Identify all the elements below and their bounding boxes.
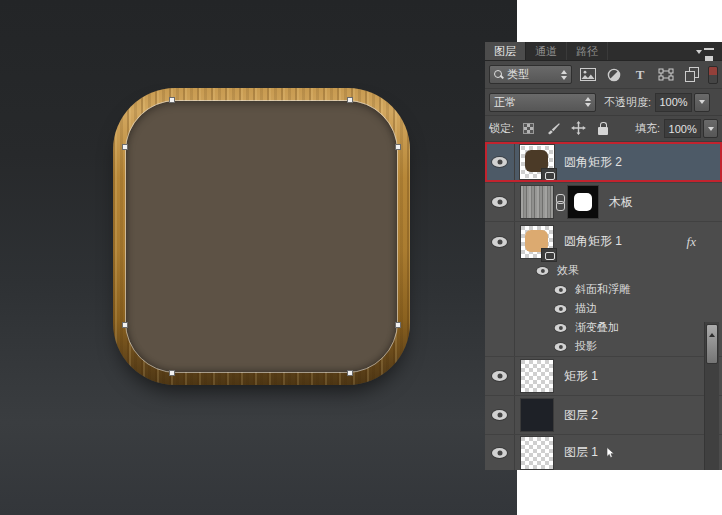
visibility-toggle[interactable] [485,183,515,221]
anchor-point[interactable] [395,322,401,328]
menu-triangle-icon [696,50,702,54]
layer-row-layer-2[interactable]: 图层 2 [485,396,722,435]
layer-name[interactable]: 木板 [609,194,633,211]
effect-label: 渐变叠加 [575,320,619,335]
fx-badge[interactable]: fx [687,234,696,250]
chevron-updown-icon [561,70,567,80]
visibility-eye-icon[interactable] [555,286,567,294]
effect-row-drop-shadow[interactable]: 投影 [485,337,722,356]
layer-mask-thumbnail[interactable] [568,186,598,218]
panel-tab-bar: 图层 通道 路径 [485,42,722,61]
opacity-dropdown-button[interactable] [694,93,710,112]
dropdown-arrow-icon [699,100,705,104]
layer-row-wood[interactable]: 木板 [485,183,722,222]
wood-icon-artwork[interactable] [113,88,410,385]
layer-name[interactable]: 圆角矩形 2 [564,154,622,171]
mouse-cursor-icon [606,447,617,459]
effect-label: 投影 [575,339,597,354]
dropdown-arrow-icon [708,127,714,131]
layer-thumbnail[interactable] [521,399,553,431]
tab-layers[interactable]: 图层 [485,42,526,60]
shape-layer-badge-icon [542,169,556,181]
layer-thumbnail[interactable] [521,360,553,392]
visibility-toggle[interactable] [485,222,515,261]
filter-type-button[interactable]: T [630,65,650,84]
visibility-eye-icon[interactable] [537,267,549,275]
blend-mode-value: 正常 [494,95,581,110]
effect-row-gradient-overlay[interactable]: 渐变叠加 [485,318,722,337]
effects-group: 效果 斜面和浮雕 描边 [485,261,722,357]
filter-smart-object-button[interactable] [682,65,702,84]
layer-row-layer-1[interactable]: 图层 1 [485,435,722,470]
layer-name[interactable]: 图层 1 [564,444,598,461]
filter-toggle-switch[interactable] [708,66,718,84]
menu-lines-icon [704,48,714,56]
photoshop-workspace: 图层 通道 路径 类型 T [0,0,722,515]
lock-pixels-button[interactable] [545,121,561,137]
filter-image-button[interactable] [578,65,598,84]
layer-thumbnail[interactable] [521,146,553,178]
layer-row-rounded-rect-2[interactable]: 圆角矩形 2 [485,142,722,183]
brush-icon [546,122,560,136]
lock-all-button[interactable] [595,121,611,137]
anchor-point[interactable] [169,370,175,376]
anchor-point[interactable] [347,97,353,103]
layer-list: 圆角矩形 2 木板 圆角矩形 1 fx [485,142,722,470]
checkerboard-icon [523,123,534,134]
lock-position-button[interactable] [570,121,586,137]
layers-scrollbar[interactable] [704,322,719,470]
anchor-point[interactable] [395,144,401,150]
tab-channels[interactable]: 通道 [526,42,567,60]
visibility-eye-icon[interactable] [555,343,567,351]
effect-row-stroke[interactable]: 描边 [485,299,722,318]
lock-transparency-button[interactable] [520,121,536,137]
scroll-up-arrow-icon [709,333,715,337]
layer-thumbnail[interactable] [521,437,553,469]
search-icon [494,70,503,79]
scrollbar-thumb[interactable] [706,324,718,364]
layer-thumbnail[interactable] [521,186,553,218]
visibility-toggle[interactable] [485,357,515,395]
layer-row-rect-1[interactable]: 矩形 1 [485,357,722,396]
opacity-value[interactable]: 100% [655,93,692,112]
lock-bar: 锁定: 填充: 100% [485,116,722,142]
visibility-toggle[interactable] [485,435,515,470]
anchor-point[interactable] [122,322,128,328]
anchor-point[interactable] [122,144,128,150]
layer-row-rounded-rect-1[interactable]: 圆角矩形 1 fx [485,222,722,261]
fill-value[interactable]: 100% [664,119,701,138]
anchor-point[interactable] [347,370,353,376]
layer-name[interactable]: 图层 2 [564,407,598,424]
image-icon [580,68,596,81]
effect-label: 斜面和浮雕 [575,282,630,297]
visibility-eye-icon [492,410,507,420]
layer-filter-bar: 类型 T [485,61,722,89]
opacity-label: 不透明度: [604,95,651,110]
visibility-eye-icon[interactable] [555,305,567,313]
vector-path-outline [125,100,398,373]
visibility-toggle[interactable] [485,142,515,182]
effect-row-bevel-emboss[interactable]: 斜面和浮雕 [485,280,722,299]
effect-label: 描边 [575,301,597,316]
fill-dropdown-button[interactable] [703,119,718,138]
filter-adjustment-button[interactable] [604,65,624,84]
document-canvas[interactable] [0,0,517,515]
smart-object-icon [685,67,699,82]
effects-header-row[interactable]: 效果 [485,261,722,280]
visibility-toggle[interactable] [485,396,515,434]
visibility-eye-icon[interactable] [555,324,567,332]
anchor-point[interactable] [169,97,175,103]
visibility-eye-icon [492,157,507,167]
panel-menu-icon[interactable] [696,47,716,57]
filter-kind-select[interactable]: 类型 [489,65,572,84]
visibility-eye-icon [492,448,507,458]
layer-name[interactable]: 矩形 1 [564,368,598,385]
link-icon[interactable] [555,194,564,210]
blend-mode-select[interactable]: 正常 [489,93,596,112]
visibility-eye-icon [492,197,507,207]
adjustment-icon [607,68,621,82]
tab-paths[interactable]: 路径 [567,42,608,60]
layer-thumbnail[interactable] [521,226,553,258]
filter-shape-button[interactable] [656,65,676,84]
layer-name[interactable]: 圆角矩形 1 [564,233,622,250]
